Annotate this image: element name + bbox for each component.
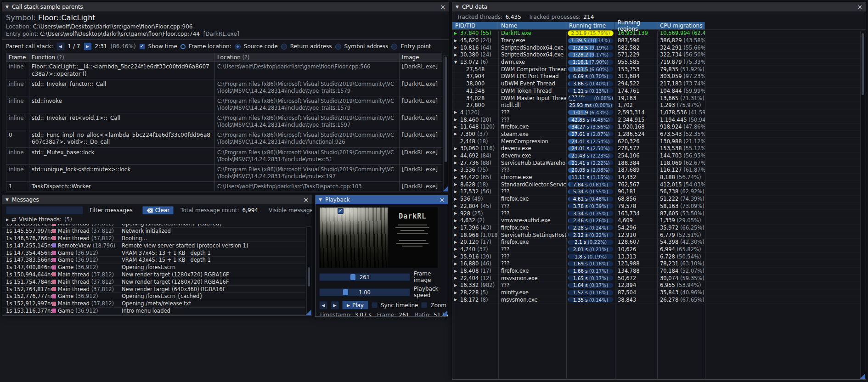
expand-icon[interactable]: ▶ xyxy=(454,45,457,50)
visible-threads-row[interactable]: ▶ ⇄ Visible threads: (5) xyxy=(2,216,312,224)
cpu-table-row[interactable]: ▶45,620(24)Tracy.exe1:39.5(10.34%)887,59… xyxy=(452,37,866,45)
cpu-table-row[interactable]: ▶17,396(43)firefox.exe2.28 s(0.24%)54,29… xyxy=(452,225,866,232)
cpu-table-row[interactable]: 37,904DWM LPC Port Thread6.69 s(0.70%)31… xyxy=(452,73,866,80)
cpu-table-row[interactable]: ▶10,816(64)ScriptedSandbox64.exe1:28.5(9… xyxy=(452,44,866,51)
cpu-table-row[interactable]: ▶18,968(1,018)ServiceHub.SettingsHost.ex… xyxy=(452,231,866,239)
header-name[interactable]: Name xyxy=(498,22,566,29)
header-running-time[interactable]: Running time xyxy=(566,22,615,29)
expand-icon[interactable]: ▶ xyxy=(454,190,457,194)
expand-icon[interactable]: ▶ xyxy=(454,283,457,287)
cpu-table-row[interactable]: ▶3,536(75)???20.05 s(2.08%)187,689116,12… xyxy=(452,167,866,174)
cpu-table-row[interactable]: ▶22,804(45)???3.78 s(0.39%)79,57858,163 … xyxy=(452,203,866,210)
header-frame[interactable]: Frame xyxy=(6,53,29,62)
close-icon[interactable]: × xyxy=(857,4,862,10)
close-icon[interactable]: × xyxy=(439,197,445,203)
radio-source-code[interactable] xyxy=(235,44,241,50)
cpu-table-row[interactable]: 2,448(18)MemCompression24.41 s(2.54%)620… xyxy=(452,138,866,145)
expand-icon[interactable]: ▶ xyxy=(454,219,457,223)
next-stack-button[interactable]: ▶ xyxy=(84,42,92,51)
message-row[interactable]: 1s 152,764,817nsMain thread(37,812)New r… xyxy=(2,286,305,293)
cpu-table-row[interactable]: 27,548DWM Compositor Thread1:03.5(6.60%)… xyxy=(452,66,866,73)
playback-speed-slider[interactable]: 1.00 xyxy=(319,288,410,296)
header-image[interactable]: Image xyxy=(400,53,442,62)
expand-icon[interactable]: ▶ xyxy=(454,132,457,136)
playback-titlebar[interactable]: ▼ Playback × xyxy=(316,195,448,204)
cpu-titlebar[interactable]: ▼ CPU data × xyxy=(452,2,866,11)
expand-icon[interactable]: ▶ xyxy=(454,175,457,180)
expand-icon[interactable]: ▶ xyxy=(454,211,457,215)
cpu-table-row[interactable]: ▶18,408(17)firefox.exe1.66 s(0.17%)134,7… xyxy=(452,268,866,275)
message-row[interactable]: 1s 152,776,777nsGame(36,912)Opening /for… xyxy=(2,293,305,300)
expand-icon[interactable]: ▶ xyxy=(454,233,457,237)
cpu-table-row[interactable]: ▶8,628(18)StandardCollector.Service.e7.8… xyxy=(452,181,866,188)
collapse-icon[interactable]: ▼ xyxy=(319,197,322,202)
expand-icon[interactable]: ▶ xyxy=(454,154,457,158)
message-row[interactable]: 1s 153,116,377nsGame(36,912)Intro menu l… xyxy=(2,308,305,315)
message-row[interactable]: 1s 147,400,846nsGame(36,912)Opening /for… xyxy=(2,264,305,271)
cpu-table-row[interactable]: 38,000uDWM Event Thread3.86 s(0.40%)294,… xyxy=(452,80,866,88)
expand-icon[interactable]: ▶ xyxy=(454,298,457,302)
cpu-table-row[interactable]: ▶16,332(982)???1.64 s(0.17%)12,8946,955 … xyxy=(452,282,866,289)
header-pid-tid[interactable]: PID/TID xyxy=(452,22,498,29)
radio-return-address[interactable] xyxy=(281,44,287,50)
callstack-table-row[interactable]: inlinestd::unique_lock<std::mutex>::lock… xyxy=(6,165,442,182)
cpu-table-row[interactable]: 41,348DWM Token Thread1.21 s(0.13%)174,7… xyxy=(452,88,866,95)
cpu-table-row[interactable]: ▶30,380(24)ScriptedSandbox64.exe1:28.2(9… xyxy=(452,51,866,59)
collapse-icon[interactable]: ▼ xyxy=(6,197,9,202)
expand-icon[interactable]: ▼ xyxy=(454,60,457,64)
message-row[interactable]: 1s 145,557,997nsMain thread(37,812)Netwo… xyxy=(2,228,305,235)
message-row[interactable]: 1s 150,994,644nsMain thread(37,812)New r… xyxy=(2,271,305,279)
close-icon[interactable]: × xyxy=(440,4,445,10)
collapse-icon[interactable]: ▼ xyxy=(456,5,459,9)
expand-icon[interactable]: ▶ xyxy=(454,240,457,244)
cpu-table-row[interactable]: ▶37,840(55)DarkRL.exe2:31.9(15.79%)16,93… xyxy=(452,30,866,37)
cpu-table-row[interactable]: ▶7,300(37)steam.exe27.61 s(2.87%)1,286,5… xyxy=(452,131,866,138)
play-button[interactable]: ▶Play xyxy=(342,301,368,309)
header-function[interactable]: Function (?) xyxy=(29,53,215,62)
cpu-table-row[interactable]: 34,028DWM Master Input Thread799.64 ms(0… xyxy=(452,95,866,102)
tree-expand-icon[interactable]: ▶ xyxy=(6,218,9,222)
header-cpu-migrations[interactable]: CPU migrations xyxy=(657,22,705,29)
callstack-table-row[interactable]: 1TaskDispatch::WorkerC:\Users\wolf\Deskt… xyxy=(6,182,442,191)
expand-icon[interactable]: ▶ xyxy=(454,168,457,172)
cpu-table-row[interactable]: 27,800ntdll.dll25.93 ms(0.00%)1,7021,293… xyxy=(452,102,866,109)
close-icon[interactable]: × xyxy=(303,197,309,203)
cpu-table-row[interactable]: ▼13,072(6)dwm.exe1:16.1(7.90%)955,585719… xyxy=(452,59,866,66)
shuffle-icon[interactable]: ⇄ xyxy=(11,216,16,223)
resize-grip[interactable] xyxy=(443,186,448,191)
cpu-table-row[interactable]: ▶536(49)firefox.exe4.61 s(0.48%)68,85651… xyxy=(452,196,866,203)
message-row[interactable]: 1s 147,383,566nsGame(36,912)VRAM 43x45: … xyxy=(2,257,305,264)
messages-titlebar[interactable]: ▼ Messages × xyxy=(2,195,312,204)
expand-icon[interactable]: ▶ xyxy=(454,269,457,273)
callstack-table-row[interactable]: 0std::_Func_impl_no_alloc<<lambda_5bc224… xyxy=(6,130,442,148)
expand-icon[interactable]: ▶ xyxy=(454,39,457,43)
cpu-table-row[interactable]: ▶18,460(20)???42.85 s(4.45%)2,344,9151,1… xyxy=(452,116,866,124)
step-back-button[interactable]: ◀ xyxy=(319,301,327,309)
message-row[interactable]: 1s 126,353,272nsMain thread(37,812)Openi… xyxy=(2,224,305,228)
header-location[interactable]: Location (?) xyxy=(215,53,400,62)
message-row[interactable]: 1s 147,255,145nsRemoteView(18,796)Remote… xyxy=(2,242,305,249)
expand-icon[interactable]: ▶ xyxy=(454,146,457,151)
filter-input[interactable] xyxy=(6,206,83,214)
sync-timeline-checkbox[interactable] xyxy=(372,302,378,308)
cpu-table-row[interactable]: ▶11,648(120)firefox.exe34.27 s(3.56%)1,9… xyxy=(452,124,866,131)
expand-icon[interactable]: ▶ xyxy=(454,118,457,122)
expand-icon[interactable]: ▶ xyxy=(454,53,457,57)
expand-icon[interactable]: ▶ xyxy=(454,247,457,251)
prev-stack-button[interactable]: ◀ xyxy=(56,42,65,51)
frame-image-slider[interactable]: 261 xyxy=(319,273,410,281)
expand-icon[interactable]: ▶ xyxy=(454,225,457,230)
expand-icon[interactable]: ▶ xyxy=(454,182,457,186)
expand-icon[interactable]: ▶ xyxy=(454,262,457,266)
messages-scrollbar[interactable] xyxy=(306,226,311,315)
message-row[interactable]: 1s 152,912,997nsMain thread(37,812)Openi… xyxy=(2,300,305,308)
cpu-table-row[interactable]: ▶27,736(88)ServiceHub.DataWarehouse21.41… xyxy=(452,159,866,167)
cpu-table-row[interactable]: ▶4,632(2)vmware-authd.exe2.46 s(0.26%)4,… xyxy=(452,217,866,225)
cpu-table-row[interactable]: ▶44,692(84)devenv.exe21.43 s(2.23%)254,1… xyxy=(452,152,866,160)
cpu-table-row[interactable]: ▶4,740(37)???2.01 s(0.21%)10,6266,994 (6… xyxy=(452,246,866,253)
header-running-regions[interactable]: Running regions xyxy=(615,22,657,29)
cpu-table-row[interactable]: ▶30,060(116)devenv.exe24.01 s(2.50%)278,… xyxy=(452,145,866,152)
clear-button[interactable]: Clear xyxy=(142,206,174,214)
cpu-table-row[interactable]: ▶928(25)???3.34 s(0.35%)163,73487,605 (5… xyxy=(452,210,866,217)
resize-grip[interactable] xyxy=(306,309,311,315)
